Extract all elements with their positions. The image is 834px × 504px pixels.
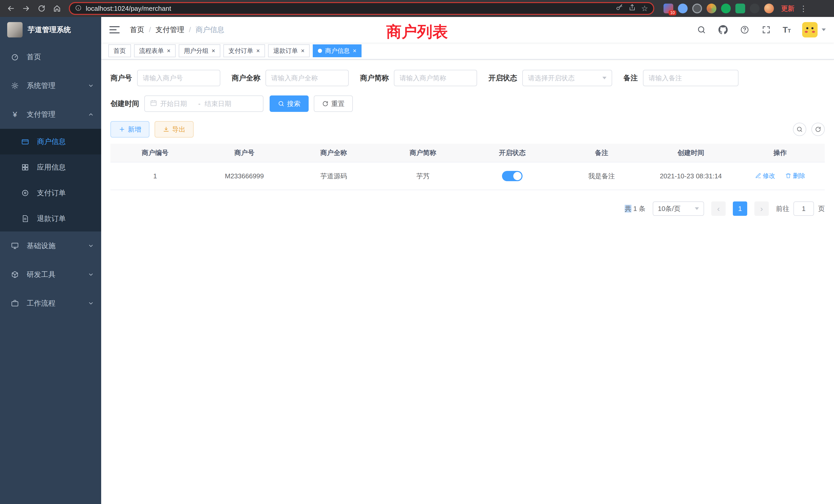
export-button[interactable]: 导出 (155, 121, 194, 138)
chevron-down-icon (88, 83, 94, 89)
extension-icon-4[interactable] (707, 4, 717, 13)
extension-icon-3[interactable] (692, 4, 702, 13)
create-time-label: 创建时间 (110, 99, 139, 109)
extension-icon-8[interactable] (764, 4, 774, 13)
tab-user-group[interactable]: 用户分组 × (179, 44, 220, 57)
merchant-name-input[interactable] (271, 74, 343, 82)
page-content: 商户号 商户全称 商户简称 (101, 60, 834, 504)
font-size-icon[interactable]: TT (783, 26, 791, 34)
page-size-value: 10条/页 (658, 204, 680, 213)
monitor-icon (10, 241, 20, 250)
add-button[interactable]: 新增 (110, 121, 150, 138)
close-icon[interactable]: × (301, 48, 305, 54)
sidebar-item-label: 系统管理 (27, 81, 56, 91)
browser-menu-icon[interactable]: ⋮ (799, 4, 807, 13)
tab-merchant-info[interactable]: 商户信息 × (313, 44, 361, 57)
tab-process-form[interactable]: 流程表单 × (134, 44, 176, 57)
address-bar[interactable]: localhost:1024/pay/merchant ☆ (69, 2, 654, 15)
page-1-button[interactable]: 1 (733, 202, 747, 216)
sidebar-item-workflow[interactable]: 工作流程 (0, 289, 101, 318)
breadcrumb-payment[interactable]: 支付管理 (156, 25, 184, 35)
gear-icon (10, 81, 20, 90)
edit-button[interactable]: 修改 (755, 172, 775, 180)
key-icon[interactable] (615, 4, 623, 13)
fullscreen-icon[interactable] (761, 25, 771, 35)
sidebar-item-label: 研发工具 (27, 270, 56, 279)
user-menu[interactable] (802, 22, 826, 38)
goto-label: 前往 (776, 204, 789, 213)
refresh-icon[interactable] (811, 123, 825, 136)
sidebar-item-payment[interactable]: ¥ 支付管理 (0, 100, 101, 129)
sidebar-toggle-icon[interactable] (109, 24, 121, 36)
page-size-select[interactable]: 10条/页 (653, 202, 704, 216)
merchant-no-input[interactable] (143, 74, 215, 82)
share-icon[interactable] (628, 4, 636, 13)
create-time-range-picker[interactable]: - (144, 95, 263, 112)
breadcrumb-home[interactable]: 首页 (130, 25, 144, 35)
extension-icon-7[interactable] (750, 4, 760, 13)
table-toolbar: 新增 导出 (110, 121, 825, 138)
sidebar-item-home[interactable]: 首页 (0, 43, 101, 71)
date-range-separator: - (197, 100, 202, 108)
status-select-placeholder: 请选择开启状态 (528, 74, 599, 83)
sidebar-item-refund-order[interactable]: 退款订单 (0, 206, 101, 231)
close-icon[interactable]: × (353, 48, 356, 54)
extension-icon-5[interactable] (721, 4, 731, 13)
grid-icon (21, 163, 30, 172)
extension-icon-2[interactable] (678, 4, 688, 13)
sidebar-item-app-info[interactable]: 应用信息 (0, 155, 101, 180)
reset-button[interactable]: 重置 (314, 95, 353, 112)
tab-home[interactable]: 首页 (108, 44, 131, 57)
end-date-input[interactable] (205, 100, 239, 108)
url-text[interactable]: localhost:1024/pay/merchant (86, 5, 611, 13)
sidebar-item-label: 应用信息 (37, 162, 66, 172)
sidebar-item-devtools[interactable]: 研发工具 (0, 260, 101, 289)
breadcrumb-separator: / (149, 26, 151, 34)
prev-page-button[interactable]: ‹ (711, 202, 726, 216)
goto-page-input[interactable] (793, 202, 814, 216)
reload-icon[interactable] (35, 2, 48, 15)
chevron-down-icon (88, 243, 94, 249)
extension-icon-1[interactable]: 10 (663, 4, 673, 13)
status-select[interactable]: 请选择开启状态 (522, 70, 612, 86)
chevron-down-icon (602, 77, 607, 79)
start-date-input[interactable] (160, 100, 194, 108)
close-icon[interactable]: × (256, 48, 260, 54)
breadcrumb-current: 商户信息 (196, 25, 224, 35)
tab-pay-order[interactable]: 支付订单 × (223, 44, 265, 57)
sidebar-item-system[interactable]: 系统管理 (0, 71, 101, 100)
sidebar-item-pay-order[interactable]: 支付订单 (0, 180, 101, 206)
col-merchant-short: 商户简称 (378, 144, 467, 162)
cell-status (467, 162, 557, 190)
close-icon[interactable]: × (212, 48, 215, 54)
tags-view-bar: 首页 流程表单 × 用户分组 × 支付订单 × 退款订单 × (101, 43, 834, 60)
merchant-short-input[interactable] (399, 74, 471, 82)
header-search-icon[interactable] (696, 25, 707, 35)
sidebar-item-merchant-info[interactable]: 商户信息 (0, 129, 101, 155)
cell-merchant-name: 芋道源码 (289, 162, 378, 190)
toggle-search-icon[interactable] (793, 123, 806, 136)
page-unit-label: 页 (818, 204, 825, 213)
help-icon[interactable] (740, 25, 750, 35)
home-icon[interactable] (50, 2, 64, 15)
github-icon[interactable] (718, 25, 728, 35)
table-header-row: 商户编号 商户号 商户全称 商户简称 开启状态 备注 创建时间 操作 (110, 144, 825, 162)
chrome-update-button[interactable]: 更新 (781, 4, 794, 13)
next-page-button[interactable]: › (754, 202, 769, 216)
extension-icon-6[interactable] (736, 4, 745, 13)
user-avatar (802, 22, 817, 38)
close-icon[interactable]: × (167, 48, 171, 54)
forward-icon[interactable] (20, 2, 33, 15)
back-icon[interactable] (4, 2, 18, 15)
search-button[interactable]: 搜索 (270, 95, 309, 112)
tab-refund-order[interactable]: 退款订单 × (268, 44, 310, 57)
sidebar-item-label: 商户信息 (37, 137, 66, 146)
app-logo[interactable]: 芋道管理系统 (0, 17, 101, 43)
sidebar-item-infrastructure[interactable]: 基础设施 (0, 231, 101, 260)
bookmark-star-icon[interactable]: ☆ (641, 5, 648, 12)
delete-button[interactable]: 删除 (785, 172, 805, 180)
page-info-icon[interactable] (75, 4, 82, 13)
briefcase-icon (10, 299, 20, 308)
status-toggle[interactable] (502, 171, 523, 181)
remark-input[interactable] (649, 74, 733, 82)
